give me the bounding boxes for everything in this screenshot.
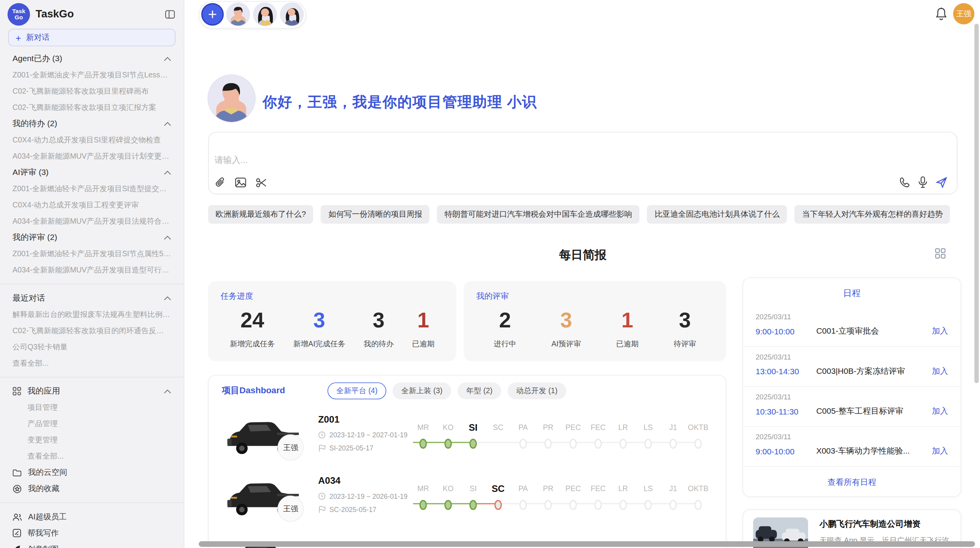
assistant-avatar — [208, 75, 255, 122]
flag-icon — [318, 505, 326, 513]
image-icon[interactable] — [235, 177, 247, 188]
sidebar-task-item[interactable]: Z001-全新燃油轻卡产品开发项目SI节点属性5D文件评审 — [0, 246, 184, 262]
sidebar-task-item[interactable]: A034-全新新能源MUV产品开发项目法规符合性评审 — [0, 213, 184, 229]
tab-year-model[interactable]: 年型 (2) — [457, 382, 501, 399]
agent-avatar-1[interactable] — [227, 3, 249, 26]
milestone-node — [519, 439, 527, 449]
recent-chat-item[interactable]: 公司Q3轻卡销量 — [0, 339, 184, 355]
stat: 3我的待办 — [364, 308, 394, 349]
quill-pen-icon — [12, 545, 21, 548]
join-link[interactable]: 加入 — [932, 406, 948, 417]
suggestion-chip[interactable]: 当下年轻人对汽车外观有怎样的喜好趋势 — [795, 205, 950, 224]
project-name: A034 — [318, 475, 341, 485]
vertical-scrollbar[interactable] — [974, 24, 978, 383]
project-dashboard-card: 项目Dashboard 全新平台 (4) 全新上装 (3) 年型 (2) 动总开… — [208, 375, 726, 548]
sidebar-lists: Agent已办 (3) Z001-全新燃油皮卡产品开发项目SI节点Lesson … — [0, 46, 184, 548]
recent-chat-item[interactable]: C02-飞腾新能源轻客改款项目的闭环通告反馈情况 — [0, 322, 184, 339]
chat-input[interactable] — [214, 136, 902, 190]
section-header-agent-done[interactable]: Agent已办 (3) — [0, 51, 184, 67]
tab-new-platform[interactable]: 全新平台 (4) — [327, 382, 386, 399]
project-row[interactable]: 王强 Z001 2023-12-19 ~ 2027-01-19 SI-2025-… — [209, 406, 726, 467]
section-header-my-todo[interactable]: 我的待办 (2) — [0, 116, 184, 132]
milestone-node — [644, 500, 652, 510]
tab-powertrain[interactable]: 动总开发 (1) — [507, 382, 566, 399]
composer-left-icons — [214, 176, 267, 188]
sidebar-item-label: 我的收藏 — [28, 483, 60, 494]
stat-value: 2 — [494, 308, 516, 332]
sidebar-item-favorites[interactable]: 我的收藏 — [0, 481, 184, 497]
collapse-sidebar-icon[interactable] — [164, 9, 176, 20]
join-link[interactable]: 加入 — [932, 325, 948, 337]
apps-view-all[interactable]: 查看全部... — [0, 448, 184, 464]
project-row[interactable]: 王强 A034 2023-12-19 ~ 2026-01-19 SC-2025-… — [209, 467, 726, 528]
section-title: 我的评审 (2) — [12, 232, 57, 243]
sidebar-item-creative-drawing[interactable]: 创意制图 — [0, 541, 184, 548]
dashboard-title: 项目Dashboard — [222, 385, 285, 396]
suggestion-chip[interactable]: 比亚迪全固态电池计划具体说了什么 — [647, 205, 787, 224]
agent-avatar-2[interactable] — [254, 3, 276, 26]
stat-label: 新增AI完成任务 — [293, 339, 346, 349]
sidebar-task-item[interactable]: Z001-全新燃油轻卡产品开发项目SI造型提交物评审 — [0, 181, 184, 197]
plus-icon — [207, 9, 218, 19]
sidebar-task-item[interactable]: A034-全新新能源MUV产品开发项目造型可行性评审 — [0, 262, 184, 278]
sidebar-app-item[interactable]: 产品管理 — [0, 416, 184, 432]
sidebar-app-item[interactable]: 变更管理 — [0, 432, 184, 448]
scissors-icon[interactable] — [255, 176, 267, 188]
stat-value: 24 — [230, 308, 275, 332]
schedule-item: 2025/03/11 10:30-11:30 C005-整车工程目标评审 加入 — [743, 387, 961, 427]
suggestion-chip[interactable]: 欧洲新规最近颁布了什么? — [208, 205, 314, 224]
view-all-schedule-link[interactable]: 查看所有日程 — [743, 477, 961, 488]
milestone-node — [694, 439, 702, 449]
card-title: 任务进度 — [221, 291, 444, 302]
sidebar-task-item[interactable]: C0X4-动力总成开发项目SI里程碑提交物检查 — [0, 132, 184, 148]
logo-line2: Go — [15, 14, 23, 21]
attachment-icon[interactable] — [214, 176, 226, 188]
microphone-icon[interactable] — [918, 176, 928, 189]
stat: 2进行中 — [494, 308, 516, 349]
join-link[interactable]: 加入 — [932, 445, 948, 457]
sidebar-task-item[interactable]: C02-飞腾新能源轻客改款项目里程碑画布 — [0, 83, 184, 99]
sidebar-task-item[interactable]: C0X4-动力总成开发项目工程变更评审 — [0, 197, 184, 213]
phone-call-icon[interactable] — [898, 176, 910, 188]
sidebar-item-help-me-write[interactable]: 帮我写作 — [0, 525, 184, 541]
section-header-my-review[interactable]: 我的评审 (2) — [0, 229, 184, 246]
recent-view-all[interactable]: 查看全部... — [0, 355, 184, 371]
suggestion-chip[interactable]: 特朗普可能对进口汽车增税会对中国车企造成哪些影响 — [437, 205, 639, 224]
app-logo: Task Go — [7, 3, 30, 26]
schedule-title: 日程 — [743, 288, 961, 299]
sidebar-task-item[interactable]: A034-全新新能源MUV产品开发项目计划变更表编写 — [0, 148, 184, 164]
milestone-node-done — [469, 500, 477, 510]
schedule-date: 2025/03/11 — [756, 393, 948, 401]
divider — [0, 502, 184, 503]
section-header-ai-review[interactable]: AI评审 (3) — [0, 164, 184, 181]
sidebar-task-item[interactable]: C02-飞腾新能源轻客改款项目立项汇报方案 — [0, 99, 184, 116]
milestone-node-done — [444, 439, 452, 449]
chevron-up-icon — [164, 57, 171, 61]
horizontal-scrollbar[interactable] — [199, 541, 975, 547]
layout-grid-icon[interactable] — [935, 248, 946, 259]
section-header-my-apps[interactable]: 我的应用 — [0, 383, 184, 399]
send-icon[interactable] — [935, 176, 948, 188]
sidebar-item-ai-super-staff[interactable]: AI超级员工 — [0, 509, 184, 525]
recent-chat-item[interactable]: 解释最新出台的欧盟报废车法规再生塑料比例被调至15%... — [0, 306, 184, 322]
schedule-date: 2025/03/11 — [756, 353, 948, 360]
notification-bell-icon[interactable] — [935, 7, 947, 21]
section-title: Agent已办 (3) — [12, 53, 62, 64]
sidebar-item-label: 我的云空间 — [28, 467, 67, 478]
agent-avatar-3[interactable] — [281, 3, 303, 26]
sidebar-item-cloud-space[interactable]: 我的云空间 — [0, 464, 184, 481]
milestone-node-done — [444, 500, 452, 510]
user-avatar[interactable]: 王强 — [953, 3, 975, 24]
suggestion-chip[interactable]: 如何写一份清晰的项目周报 — [321, 205, 430, 224]
tab-new-body[interactable]: 全新上装 (3) — [392, 382, 451, 399]
stat-label: 已逾期 — [412, 339, 435, 349]
sidebar-task-item[interactable]: Z001-全新燃油皮卡产品开发项目SI节点Lesson Learn报告 — [0, 67, 184, 83]
join-link[interactable]: 加入 — [932, 366, 948, 377]
milestone-oktb: OKTB — [678, 483, 718, 510]
milestone-node — [569, 500, 577, 510]
add-agent-button[interactable] — [201, 3, 224, 26]
project-dates: 2023-12-19 ~ 2026-01-19 — [318, 492, 408, 500]
sidebar-app-item[interactable]: 项目管理 — [0, 399, 184, 416]
section-header-recent-chats[interactable]: 最近对话 — [0, 290, 184, 306]
new-chat-button[interactable]: + 新对话 — [8, 29, 176, 46]
